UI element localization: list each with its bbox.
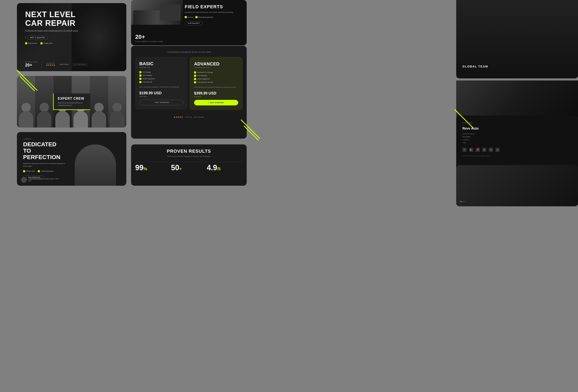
right-car-image xyxy=(456,81,578,118)
reviews-badge: 20+ REVIEWS xyxy=(73,63,87,66)
trusted-technicians-badge: ✓ Trusted Technicians xyxy=(38,170,53,172)
dot-1[interactable] xyxy=(460,201,462,202)
mechanic-thumbnail xyxy=(160,4,181,21)
basic-feature-4: Fluid Top-Off xyxy=(139,81,184,83)
get-quote-button[interactable]: GET A QUOTE xyxy=(25,35,78,40)
carousel-dots xyxy=(460,201,466,202)
advanced-get-started-button[interactable]: GET STARTED xyxy=(194,100,238,105)
social-icon-youtube[interactable]: ▶ xyxy=(469,148,473,152)
mechanic-silhouette xyxy=(75,144,116,186)
basic-plan-features: Oil Change Tire Rotation Brake Inspectio… xyxy=(139,71,184,83)
pricing-header: Comprehensive packages for all your car … xyxy=(131,46,247,57)
basic-plan-name: BASIC xyxy=(139,61,184,66)
stat-num-3: 4.9/5 xyxy=(207,164,242,172)
crew-head-2 xyxy=(40,103,49,112)
adv-feature-4: Transmission Service xyxy=(194,81,238,83)
crew-photo-5 xyxy=(90,76,108,128)
crew-photo-6 xyxy=(108,76,126,128)
fe-title: FIELD EXPERTS xyxy=(185,4,242,9)
about-content: ABOUT DEDICATED TO PERFECTION Experience… xyxy=(23,138,69,179)
address-line-3: IL 62701, xyxy=(462,138,572,141)
about-badges: ✓ Reliable Work ✓ Trusted Technicians xyxy=(23,170,69,172)
our-services-button[interactable]: OUR SERVICES xyxy=(23,175,44,179)
crew-person-2 xyxy=(35,76,53,128)
address-line-2: Springfield, xyxy=(462,135,572,138)
crew-photo-2 xyxy=(35,76,53,128)
bottom-right-image xyxy=(456,165,578,206)
about-description: Experience top-notch service and unmatch… xyxy=(23,162,69,168)
stat-satisfaction: 99% xyxy=(135,162,171,174)
advanced-plan-name: ADVANCED xyxy=(194,61,238,67)
hero-title: NEXT LEVEL CAR REPAIR xyxy=(25,10,78,28)
advanced-plan-desc: Comprehensive care package for detailed … xyxy=(194,86,238,88)
adv-feat-check-3 xyxy=(194,78,196,80)
brand-name: Revv Auto xyxy=(462,127,572,131)
crew-photo-1 xyxy=(17,76,35,128)
basic-plan-price: $199.99 USD xyxy=(139,91,184,95)
crew-face-5 xyxy=(92,103,106,128)
proven-results-title: PROVEN RESULTS xyxy=(135,149,242,154)
crew-body-1 xyxy=(19,111,33,128)
advanced-plan-type: Comprehensive Care xyxy=(194,67,238,69)
proven-results-section: PROVEN RESULTS Discover the stats that h… xyxy=(131,144,247,186)
check-icon-1: ✓ xyxy=(25,42,27,44)
advanced-plan: ADVANCED Comprehensive Care Synthetic Oi… xyxy=(190,57,242,110)
crew-body-3 xyxy=(55,111,70,128)
crew-title: EXPERT CREW xyxy=(58,97,86,100)
proven-results-stats: 99% 50+ 4.9/5 xyxy=(131,160,247,175)
like-new-badge: ✓ Like new xyxy=(185,16,193,18)
crew-head-6 xyxy=(112,103,122,112)
proven-results-header: PROVEN RESULTS Discover the stats that h… xyxy=(131,144,247,160)
basic-plan-value: Great Value xyxy=(139,96,184,97)
find-us-label: Find Us xyxy=(462,122,572,124)
social-icon-tiktok[interactable]: ▲ xyxy=(495,148,500,152)
adv-feature-1: Synthetic Oil Change xyxy=(194,71,238,73)
feat-check-2 xyxy=(139,75,142,77)
social-icon-twitter[interactable]: 𝕏 xyxy=(462,148,467,152)
about-section: ABOUT DEDICATED TO PERFECTION Experience… xyxy=(17,132,126,186)
adv-feature-2: Full Detailing xyxy=(194,75,238,77)
hero-section: NEXT LEVEL CAR REPAIR Professional repai… xyxy=(17,3,126,71)
dot-2[interactable] xyxy=(462,201,464,202)
crew-body-2 xyxy=(37,111,51,128)
social-icon-instagram[interactable]: ◎ xyxy=(489,148,493,152)
social-icons-container: 𝕏 ▶ 📌 in ◎ ▲ xyxy=(462,148,572,152)
about-title: DEDICATED TO PERFECTION xyxy=(23,141,69,160)
quality-care-badge: ✓ Quality Care xyxy=(41,42,52,44)
expert-crew-section: EXPERT CREW Meet the professionals behin… xyxy=(17,76,126,128)
stat-rating: 4.9/5 xyxy=(207,162,242,174)
crew-description: Meet the professionals behind our except… xyxy=(58,102,86,107)
social-icon-linkedin[interactable]: in xyxy=(482,148,486,152)
advanced-plan-price: $399.99 USD xyxy=(194,91,238,95)
right-car-section xyxy=(456,81,578,118)
fe-stat: 20+ Receives algorithms on average cut s… xyxy=(135,34,163,42)
basic-feature-2: Tire Rotation xyxy=(139,75,184,77)
stat-unit-2: + xyxy=(179,167,182,171)
basic-get-started-button[interactable]: GET STARTED xyxy=(139,100,184,105)
global-team-label: GLOBAL TEAM xyxy=(462,65,488,68)
feat-check-1 xyxy=(139,71,142,73)
pricing-footer: ★★★★★ 4.5/5 from 315+ Reviews xyxy=(131,114,247,120)
about-tag: ABOUT xyxy=(23,138,69,140)
crew-body-5 xyxy=(92,111,106,128)
stat-clients: 50+ xyxy=(171,162,207,174)
rating-stat: 4.9/5 FROM xyxy=(59,64,69,65)
adv-feature-3: Wheel Alignment xyxy=(194,78,238,80)
crew-face-1 xyxy=(19,103,33,128)
check-icon-about-2: ✓ xyxy=(38,170,40,172)
global-team-section: GLOBAL TEAM xyxy=(456,0,578,78)
crew-face-2 xyxy=(37,103,51,128)
basic-plan-type: Essential Care xyxy=(139,66,184,68)
adv-feat-check-2 xyxy=(194,75,196,77)
advanced-plan-features: Synthetic Oil Change Full Detailing Whee… xyxy=(194,71,238,83)
social-icon-pinterest[interactable]: 📌 xyxy=(476,148,480,152)
our-gallery-button[interactable]: OUR GALLERY xyxy=(185,21,203,25)
loved-by-stat: LOVED BY ★★★★★ xyxy=(46,62,55,66)
bottom-right-section xyxy=(456,165,578,206)
hero-bottom-stats: GLOBAL TEAM 20+ LOVED BY ★★★★★ 4.9/5 FRO… xyxy=(25,61,122,67)
basic-feature-3: Brake Inspection xyxy=(139,78,184,80)
dot-3[interactable] xyxy=(465,201,466,202)
basic-feature-1: Oil Change xyxy=(139,71,184,73)
adv-feat-check-1 xyxy=(194,71,196,73)
stat-unit-3: /5 xyxy=(217,167,221,171)
